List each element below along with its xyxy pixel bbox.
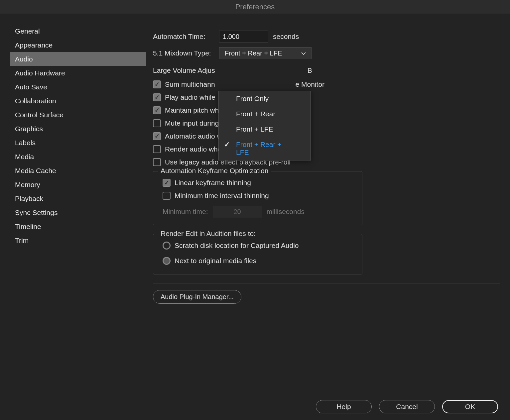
mixdown-label: 5.1 Mixdown Type: — [153, 49, 214, 57]
cancel-button[interactable]: Cancel — [379, 400, 435, 413]
audio-plugin-manager-button[interactable]: Audio Plug-In Manager... — [153, 290, 241, 304]
minimum-time-input — [213, 206, 262, 218]
sidebar-item-timeline[interactable]: Timeline — [10, 220, 146, 234]
large-volume-row: Large Volume Adjus B — [153, 66, 500, 74]
radio-next-to-original: Next to original media files — [163, 257, 353, 265]
sidebar-item-control-surface[interactable]: Control Surface — [10, 108, 146, 122]
check-render-audio: Render audio when rendering video — [153, 145, 500, 153]
automatch-input[interactable] — [219, 31, 268, 43]
sidebar-item-appearance[interactable]: Appearance — [10, 38, 146, 52]
check-waveform-gen: Automatic audio waveform generation — [153, 132, 500, 140]
window-titlebar: Preferences — [0, 0, 510, 14]
sidebar-item-labels[interactable]: Labels — [10, 136, 146, 150]
check-interval-thinning: Minimum time interval thinning — [163, 192, 353, 200]
automatch-row: Automatch Time: seconds — [153, 31, 500, 43]
radio-label: Scratch disk location for Captured Audio — [175, 242, 299, 250]
check-label: Linear keyframe thinning — [175, 179, 251, 187]
dropdown-item-front-lfe[interactable]: Front + LFE — [219, 122, 311, 137]
preferences-sidebar: General Appearance Audio Audio Hardware … — [10, 24, 146, 390]
sidebar-item-trim[interactable]: Trim — [10, 234, 146, 248]
minimum-time-unit: milliseconds — [267, 208, 305, 216]
automation-fieldset: Automation Keyframe Optimization Linear … — [153, 171, 362, 225]
mixdown-value: Front + Rear + LFE — [225, 50, 282, 57]
checkbox-sum-multichannel[interactable] — [153, 80, 161, 88]
window-title: Preferences — [235, 3, 275, 11]
dropdown-item-front-rear-lfe[interactable]: ✓ Front + Rear + LFE — [219, 137, 311, 160]
automatch-label: Automatch Time: — [153, 33, 214, 41]
mixdown-row: 5.1 Mixdown Type: Front + Rear + LFE — [153, 47, 500, 59]
dropdown-item-front-rear[interactable]: Front + Rear — [219, 106, 311, 122]
check-linear-thinning: Linear keyframe thinning — [163, 179, 353, 187]
sidebar-item-auto-save[interactable]: Auto Save — [10, 80, 146, 94]
check-label: Play audio while — [165, 93, 215, 101]
sidebar-item-sync-settings[interactable]: Sync Settings — [10, 206, 146, 220]
check-label: Minimum time interval thinning — [175, 192, 269, 200]
preferences-window: Preferences General Appearance Audio Aud… — [0, 0, 510, 420]
minimum-time-label: Minimum time: — [163, 208, 208, 216]
checkbox-waveform-gen[interactable] — [153, 132, 161, 140]
check-legacy-playback: Use legacy audio effect playback pre-rol… — [153, 158, 500, 166]
checkbox-linear-thinning[interactable] — [163, 179, 171, 187]
sidebar-item-general[interactable]: General — [10, 24, 146, 38]
body-area: General Appearance Audio Audio Hardware … — [0, 14, 510, 390]
radio-scratch-disk: Scratch disk location for Captured Audio — [163, 242, 353, 250]
ok-button[interactable]: OK — [442, 400, 498, 413]
checkmark-icon: ✓ — [224, 141, 230, 149]
sidebar-item-collaboration[interactable]: Collaboration — [10, 94, 146, 108]
sidebar-item-playback[interactable]: Playback — [10, 192, 146, 206]
help-button[interactable]: Help — [316, 400, 372, 413]
render-fieldset: Render Edit in Audition files to: Scratc… — [153, 234, 362, 274]
radio-button-next-to-original[interactable] — [163, 257, 171, 265]
sidebar-item-audio[interactable]: Audio — [10, 52, 146, 66]
render-legend: Render Edit in Audition files to: — [158, 230, 258, 238]
radio-label: Next to original media files — [175, 257, 256, 265]
divider — [153, 283, 500, 283]
sidebar-item-memory[interactable]: Memory — [10, 178, 146, 192]
mixdown-select[interactable]: Front + Rear + LFE — [219, 47, 312, 59]
minimum-time-row: Minimum time: milliseconds — [163, 206, 353, 218]
mixdown-dropdown: Front Only Front + Rear Front + LFE ✓ Fr… — [218, 91, 311, 160]
preferences-content: Automatch Time: seconds 5.1 Mixdown Type… — [153, 24, 500, 390]
checkbox-mute-input[interactable] — [153, 119, 161, 127]
chevron-down-icon — [301, 51, 306, 56]
radio-button-scratch-disk[interactable] — [163, 242, 171, 250]
sidebar-item-graphics[interactable]: Graphics — [10, 122, 146, 136]
sidebar-item-media-cache[interactable]: Media Cache — [10, 164, 146, 178]
checkbox-play-audio[interactable] — [153, 93, 161, 101]
large-volume-label-prefix: Large Volume Adjus — [153, 66, 215, 74]
footer-buttons: Help Cancel OK — [316, 400, 498, 413]
checkbox-legacy-playback[interactable] — [153, 158, 161, 166]
dropdown-item-front-only[interactable]: Front Only — [219, 91, 311, 106]
checkbox-interval-thinning[interactable] — [163, 192, 171, 200]
check-label: Sum multichann — [165, 80, 215, 88]
check-mute-input: Mute input during timeline recording — [153, 119, 500, 127]
check-play-audio: Play audio while — [153, 93, 500, 101]
sidebar-item-audio-hardware[interactable]: Audio Hardware — [10, 66, 146, 80]
check-label-suffix: e Monitor — [296, 80, 325, 88]
large-volume-label-suffix: B — [220, 66, 312, 74]
sidebar-item-media[interactable]: Media — [10, 150, 146, 164]
automatch-unit: seconds — [273, 33, 299, 41]
check-maintain-pitch: Maintain pitch while shuttling — [153, 106, 500, 114]
check-sum-multichannel: Sum multichann e Monitor — [153, 80, 500, 88]
checkbox-maintain-pitch[interactable] — [153, 106, 161, 114]
checkbox-render-audio[interactable] — [153, 145, 161, 153]
automation-legend: Automation Keyframe Optimization — [158, 167, 271, 175]
